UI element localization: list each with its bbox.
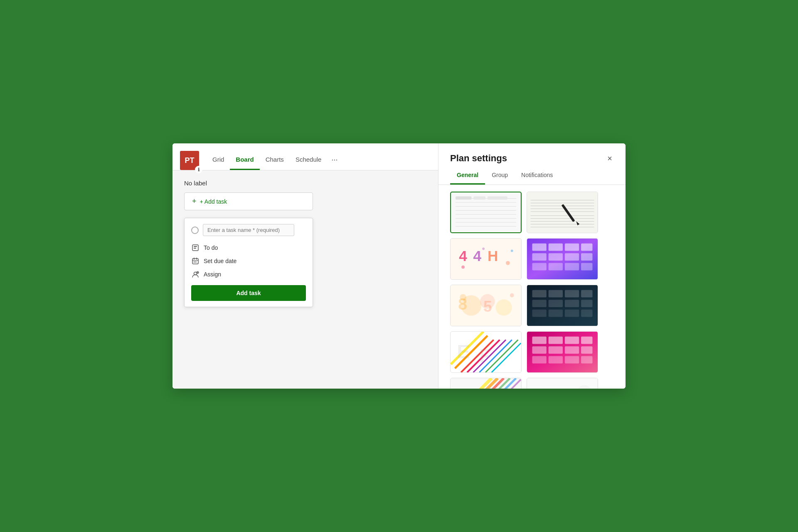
add-task-label: + Add task [200,198,227,205]
svg-point-43 [482,248,485,250]
svg-rect-24 [488,197,507,200]
svg-point-42 [461,266,465,269]
svg-text:5: 5 [483,298,492,315]
svg-rect-51 [532,253,546,261]
close-button[interactable]: × [604,153,616,164]
task-form: To do Set due date [184,218,313,307]
tab-schedule[interactable]: Schedule [290,152,328,170]
svg-rect-93 [549,337,563,344]
add-task-submit-button[interactable]: Add task [191,285,306,301]
svg-rect-50 [581,244,592,251]
svg-text:8: 8 [534,388,544,389]
tab-group[interactable]: Group [485,167,515,185]
svg-rect-55 [532,263,546,271]
panel-title: Plan settings [450,153,507,164]
svg-rect-98 [565,346,579,354]
calendar-icon [191,257,200,265]
duedate-label: Set due date [204,258,236,264]
app-logo: PT ℹ [180,151,199,170]
image-row-3: 8 5 [450,285,618,326]
tab-charts[interactable]: Charts [260,152,290,170]
svg-rect-57 [565,263,579,271]
svg-rect-77 [549,310,563,317]
svg-rect-94 [565,337,579,344]
svg-rect-54 [581,253,592,261]
svg-rect-2 [194,248,196,249]
theme-image-10[interactable]: 8 5 [527,378,598,389]
theme-image-7[interactable]: E F [450,331,522,373]
panel-header: Plan settings × [438,143,626,164]
svg-rect-78 [565,310,579,317]
svg-rect-76 [532,310,546,317]
svg-rect-74 [565,300,579,307]
svg-rect-97 [549,346,563,354]
theme-image-1[interactable] [450,192,522,233]
image-row-5: E F 8 5 [450,378,618,389]
svg-rect-52 [549,253,563,261]
svg-rect-69 [549,290,563,298]
todo-icon [191,244,200,252]
plus-icon: + [192,197,197,206]
svg-text:8: 8 [458,295,467,313]
svg-rect-7 [194,261,195,263]
svg-text:F: F [479,345,491,367]
tab-grid[interactable]: Grid [207,152,230,170]
svg-text:4: 4 [459,248,467,264]
svg-rect-25 [527,192,598,233]
theme-image-2[interactable] [527,192,598,233]
task-option-todo[interactable]: To do [191,241,306,254]
svg-rect-23 [473,197,485,200]
svg-rect-48 [549,244,563,251]
svg-text:H: H [488,248,498,264]
add-task-button[interactable]: + + Add task [184,192,313,210]
top-bar: PT ℹ Grid Board Charts Schedule ··· [172,143,438,170]
svg-rect-72 [532,300,546,307]
svg-rect-71 [581,290,592,298]
svg-rect-101 [549,356,563,364]
info-icon[interactable]: ℹ [195,166,202,173]
theme-image-9[interactable]: E F [450,378,522,389]
task-option-duedate[interactable]: Set due date [191,254,306,268]
left-content: No label + + Add task [172,170,438,389]
theme-image-6[interactable] [527,285,598,326]
close-icon: × [607,154,612,163]
tab-general[interactable]: General [450,167,485,185]
svg-point-45 [511,249,513,252]
theme-image-5[interactable]: 8 5 [450,285,522,326]
svg-rect-68 [532,290,546,298]
svg-rect-22 [456,197,471,200]
task-name-input[interactable] [203,224,294,236]
svg-rect-73 [549,300,563,307]
nav-more-button[interactable]: ··· [327,151,342,170]
main-window: PT ℹ Grid Board Charts Schedule ··· No l… [172,143,626,389]
svg-rect-96 [532,346,546,354]
image-row-1 [450,192,618,233]
svg-rect-56 [549,263,563,271]
assign-label: Assign [204,271,221,278]
panel-tabs: General Group Notifications [438,167,626,185]
task-radio[interactable] [191,227,199,234]
svg-text:4: 4 [473,248,482,264]
svg-rect-75 [581,300,592,307]
svg-point-44 [506,261,510,265]
image-row-4: E F [450,331,618,373]
svg-rect-92 [532,337,546,344]
task-input-row [191,224,306,236]
tab-board[interactable]: Board [230,152,259,170]
tab-notifications[interactable]: Notifications [515,167,559,185]
svg-rect-49 [565,244,579,251]
theme-image-4[interactable] [527,238,598,280]
assign-icon [191,270,200,278]
theme-image-3[interactable]: 4 4 H [450,238,522,280]
panel-content: 4 4 H [438,185,626,389]
svg-rect-100 [532,356,546,364]
right-panel: Plan settings × General Group Notificati… [438,143,626,389]
logo-text: PT [185,156,194,165]
svg-rect-99 [581,346,592,354]
theme-image-8[interactable] [527,331,598,373]
svg-rect-102 [565,356,579,364]
image-row-2: 4 4 H [450,238,618,280]
svg-rect-1 [194,246,197,247]
svg-rect-47 [532,244,546,251]
task-option-assign[interactable]: Assign [191,268,306,281]
